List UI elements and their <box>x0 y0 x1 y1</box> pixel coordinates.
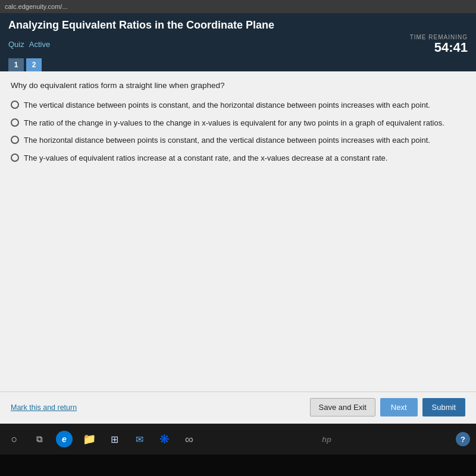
dropbox-icon[interactable]: ❋ <box>156 431 173 447</box>
search-icon[interactable]: ○ <box>6 431 23 447</box>
windows-store-icon[interactable]: ⊞ <box>106 431 123 447</box>
option-text-b: The ratio of the change in y-values to t… <box>24 117 444 129</box>
radio-d[interactable] <box>11 154 19 162</box>
option-text-d: The y-values of equivalent ratios increa… <box>24 152 387 164</box>
next-button[interactable]: Next <box>380 398 418 416</box>
answer-option-a[interactable]: The vertical distance between points is … <box>11 99 465 111</box>
option-text-a: The vertical distance between points is … <box>24 99 430 111</box>
answer-option-d[interactable]: The y-values of equivalent ratios increa… <box>11 152 465 164</box>
tab-question-2[interactable]: 2 <box>26 58 42 71</box>
mail-icon[interactable]: ✉ <box>131 431 148 447</box>
question-text: Why do equivalent ratios form a straight… <box>11 81 465 90</box>
below-taskbar <box>0 455 476 476</box>
hp-logo: hp <box>206 435 447 444</box>
app-header: Analyzing Equivalent Ratios in the Coord… <box>0 13 476 71</box>
question-tabs: 1 2 <box>8 55 468 71</box>
taskbar: ○ ⧉ e 📁 ⊞ ✉ ❋ ∞ hp ? <box>0 424 476 455</box>
page-title: Analyzing Equivalent Ratios in the Coord… <box>8 19 468 32</box>
quiz-status-left: Quiz Active <box>8 40 50 49</box>
answer-option-b[interactable]: The ratio of the change in y-values to t… <box>11 117 465 129</box>
folder-icon[interactable]: 📁 <box>81 431 98 447</box>
browser-url: calc.edgenuity.com/... <box>5 3 68 10</box>
screen: calc.edgenuity.com/... Analyzing Equival… <box>0 0 476 476</box>
save-exit-button[interactable]: Save and Exit <box>310 398 375 416</box>
infinity-icon[interactable]: ∞ <box>181 431 198 447</box>
quiz-status-row: Quiz Active TIME REMAINING 54:41 <box>8 34 468 55</box>
time-value: 54:41 <box>410 40 468 55</box>
quiz-label: Quiz <box>8 40 24 49</box>
edge-icon[interactable]: e <box>56 431 73 447</box>
action-buttons: Save and Exit Next Submit <box>310 398 465 416</box>
taskview-icon[interactable]: ⧉ <box>31 431 48 447</box>
radio-b[interactable] <box>11 118 19 127</box>
answer-options: The vertical distance between points is … <box>11 99 465 383</box>
action-bar: Mark this and return Save and Exit Next … <box>0 392 476 424</box>
active-label: Active <box>29 40 50 49</box>
help-button[interactable]: ? <box>456 432 470 446</box>
radio-a[interactable] <box>11 101 19 109</box>
bottom-section: ○ ⧉ e 📁 ⊞ ✉ ❋ ∞ hp ? <box>0 424 476 476</box>
quiz-content: Why do equivalent ratios form a straight… <box>0 71 476 392</box>
tab-question-1[interactable]: 1 <box>8 58 24 71</box>
radio-c[interactable] <box>11 136 19 144</box>
submit-button[interactable]: Submit <box>422 398 465 416</box>
answer-option-c[interactable]: The horizontal distance between points i… <box>11 134 465 146</box>
option-text-c: The horizontal distance between points i… <box>24 134 430 146</box>
time-remaining-block: TIME REMAINING 54:41 <box>410 34 468 55</box>
browser-bar: calc.edgenuity.com/... <box>0 0 476 13</box>
mark-return-button[interactable]: Mark this and return <box>11 403 77 412</box>
